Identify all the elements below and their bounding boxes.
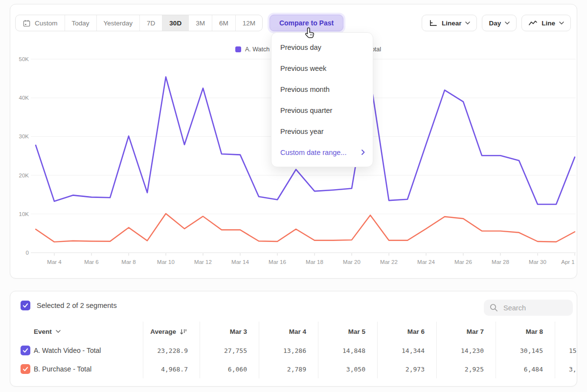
column-header-mar5: Mar 5 [318,322,377,341]
range-30d-selected[interactable]: 30D [162,15,188,31]
line-chart-icon [528,20,538,26]
search-icon [490,304,498,312]
row-label: B. Purchase - Total [34,365,91,373]
cell-mar5: 14,848 [318,341,377,360]
chart-toolbar: Custom Today Yesterday 7D 30D 3M 6M 12M … [15,15,571,31]
y-axis-label: 10K [19,211,29,217]
menu-item-previous-month[interactable]: Previous month [271,79,373,100]
chevron-down-icon [56,330,61,333]
cell-mar7: 2,925 [436,360,496,378]
axis-icon [429,20,438,27]
search-input[interactable] [502,304,563,312]
cell-mar3: 27,755 [200,341,259,360]
chevron-down-icon [505,22,510,24]
range-yesterday[interactable]: Yesterday [96,15,140,31]
series-line-purchase[interactable] [36,214,575,242]
x-axis-label: Mar 28 [492,259,509,265]
menu-item-previous-quarter[interactable]: Previous quarter [271,100,373,121]
x-axis-label: Apr 1 [561,259,575,265]
cell-mar5: 3,050 [318,360,377,378]
chart-card: Custom Today Yesterday 7D 30D 3M 6M 12M … [10,4,577,279]
range-6m[interactable]: 6M [212,15,235,31]
x-axis-label: Mar 30 [529,259,546,265]
x-axis-label: Mar 4 [47,259,62,265]
event-cell: B. Purchase - Total [10,360,143,378]
column-header-mar6: Mar 6 [377,322,436,341]
average-column-header[interactable]: Average [143,322,200,341]
range-custom[interactable]: Custom [16,15,65,31]
table-row-watch-video[interactable]: A. Watch Video - Total 23,228.9 27,755 1… [10,341,577,360]
x-axis-label: Mar 12 [194,259,212,265]
column-header-mar7: Mar 7 [436,322,496,341]
segments-header: Selected 2 of 2 segments [21,301,117,310]
x-axis-label: Mar 10 [157,259,175,265]
table-row-purchase[interactable]: B. Purchase - Total 4,968.7 6,060 2,789 … [10,360,577,378]
y-axis-label: 30K [19,133,29,139]
cell-mar7: 14,230 [436,341,496,360]
sort-descending-icon [180,328,188,335]
y-axis-label: 40K [19,95,29,101]
cell-mar6: 14,344 [377,341,436,360]
column-header-clipped: M [555,322,577,341]
x-axis-label: Mar 24 [417,259,435,265]
granularity-dropdown-button[interactable]: Day [482,15,517,31]
x-axis-label: Mar 6 [84,259,98,265]
selected-summary: Selected 2 of 2 segments [37,302,117,309]
scale-dropdown-button[interactable]: Linear [422,15,477,31]
x-axis-label: Mar 26 [454,259,472,265]
x-axis-label: Mar 20 [343,259,361,265]
cell-mar6: 2,973 [377,360,436,378]
row-checkbox-purchase[interactable] [21,364,30,374]
select-all-checkbox[interactable] [21,301,30,310]
calendar-icon [23,19,31,27]
y-axis-label: 50K [19,56,29,62]
legend-swatch-a [235,46,241,52]
column-header-mar3: Mar 3 [200,322,259,341]
date-range-group: Custom Today Yesterday 7D 30D 3M 6M 12M [15,15,263,31]
x-axis-label: Mar 18 [306,259,323,265]
cell-average: 4,968.7 [143,360,200,378]
row-checkbox-watch-video[interactable] [21,346,30,355]
cell-average: 23,228.9 [143,341,200,360]
cell-clipped: 15, [555,341,577,360]
y-axis-label: 0 [26,250,29,256]
cell-mar4: 13,286 [259,341,318,360]
range-3m[interactable]: 3M [188,15,212,31]
range-today[interactable]: Today [65,15,96,31]
menu-item-previous-day[interactable]: Previous day [271,37,373,58]
x-axis-label: Mar 22 [380,259,398,265]
compare-to-past-button[interactable]: Compare to Past [270,15,343,31]
x-axis-label: Mar 8 [121,259,135,265]
search-box[interactable] [484,300,573,316]
segments-card: Selected 2 of 2 segments Event Average [10,291,577,387]
x-axis-label: Mar 16 [269,259,286,265]
compare-menu: Previous day Previous week Previous mont… [271,32,373,167]
chart-type-dropdown-button[interactable]: Line [521,15,571,31]
event-column-header[interactable]: Event [10,322,143,341]
menu-item-previous-week[interactable]: Previous week [271,58,373,79]
segments-table: Event Average Mar 3 Mar 4 Mar 5 Mar 6 Ma… [10,322,577,378]
cell-clipped: 3, [555,360,577,378]
cell-mar8: 30,145 [496,341,555,360]
cell-mar3: 6,060 [200,360,259,378]
column-header-mar8: Mar 8 [496,322,555,341]
range-7d[interactable]: 7D [139,15,162,31]
event-cell: A. Watch Video - Total [10,341,143,360]
table-header-row: Event Average Mar 3 Mar 4 Mar 5 Mar 6 Ma… [10,322,577,341]
chevron-down-icon [465,22,470,24]
y-axis-label: 20K [19,173,29,178]
range-12m[interactable]: 12M [235,15,262,31]
chevron-right-icon [361,150,365,155]
cell-mar8: 6,484 [496,360,555,378]
menu-item-previous-year[interactable]: Previous year [271,121,373,142]
x-axis-label: Mar 14 [231,259,249,265]
range-label: Custom [35,20,58,27]
cell-mar4: 2,789 [259,360,318,378]
chevron-down-icon [559,22,564,24]
menu-item-custom-date-range[interactable]: Custom date range... [271,142,373,163]
row-label: A. Watch Video - Total [34,347,101,354]
column-header-mar4: Mar 4 [259,322,318,341]
